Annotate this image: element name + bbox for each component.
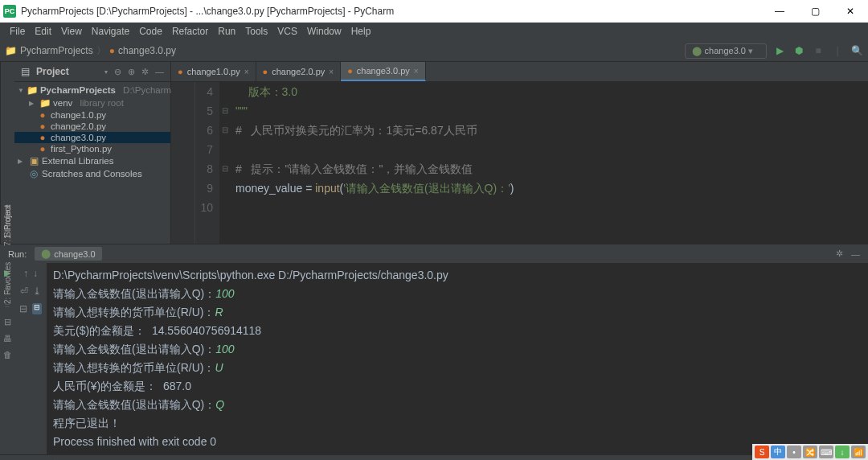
tray-icon[interactable]: 🔀 xyxy=(803,446,817,458)
window-titlebar: PC PycharmProjects [D:\PycharmProjects] … xyxy=(0,0,868,23)
tree-item[interactable]: ●first_Python.py xyxy=(14,143,170,154)
close-button[interactable]: ✕ xyxy=(833,0,868,23)
run-config-selector[interactable]: ⬤ change3.0 ▾ xyxy=(685,43,767,59)
breadcrumb-file[interactable]: change3.0.py xyxy=(118,45,176,56)
tray-icon[interactable]: S xyxy=(755,446,769,458)
menu-run[interactable]: Run xyxy=(213,26,240,37)
tree-item[interactable]: ●change1.0.py xyxy=(14,109,170,121)
down-icon[interactable]: ↓ xyxy=(33,268,38,279)
up-icon[interactable]: ↑ xyxy=(23,268,28,279)
folder-icon: 📁 xyxy=(5,45,17,56)
tray-icon[interactable]: ↓ xyxy=(835,446,850,458)
tray-ime-icon[interactable]: 中 xyxy=(771,446,785,458)
menu-edit[interactable]: Edit xyxy=(30,26,56,37)
menu-code[interactable]: Code xyxy=(134,26,167,37)
project-view-icon: ▤ xyxy=(21,66,30,77)
structure-tool-tab[interactable]: 7: Structure xyxy=(3,204,12,246)
breadcrumb-sep: 〉 xyxy=(96,44,106,58)
tree-scratches[interactable]: ◎Scratches and Consoles xyxy=(14,167,170,180)
system-tray: S 中 • 🔀 ⌨ ↓ 📶 xyxy=(752,444,868,460)
window-title: PycharmProjects [D:\PycharmProjects] - .… xyxy=(21,6,394,17)
debug-button[interactable]: ⬢ xyxy=(792,44,805,57)
search-icon[interactable]: 🔍 xyxy=(850,44,863,57)
menu-vcs[interactable]: VCS xyxy=(272,26,302,37)
code-editor[interactable]: 版本：3.0 """ # 人民币对换美元的汇率为：1美元=6.87人民币 # 提… xyxy=(231,82,868,244)
fold-gutter[interactable]: ⊟⊟⊟ xyxy=(219,82,231,244)
menu-help[interactable]: Help xyxy=(346,26,376,37)
menu-navigate[interactable]: Navigate xyxy=(87,26,134,37)
editor-tab[interactable]: ●change2.0.py× xyxy=(256,62,342,81)
run-toolbar-mid: ↑↓ ⏎⤓ ⊟⊟ xyxy=(14,263,47,454)
tray-icon[interactable]: ⌨ xyxy=(819,446,833,458)
maximize-button[interactable]: ▢ xyxy=(797,0,833,23)
run-gear-icon[interactable]: ✲ xyxy=(836,248,843,259)
toolwindow-bar: ▶4: Run ⬢5: Debug ≡6: TODO ▣Terminal ●Py… xyxy=(0,454,868,460)
menu-view[interactable]: View xyxy=(56,26,87,37)
menu-refactor[interactable]: Refactor xyxy=(167,26,213,37)
run-console[interactable]: D:\PycharmProjects\venv\Scripts\python.e… xyxy=(47,263,868,454)
hide-icon[interactable]: — xyxy=(155,67,164,76)
editor-tab-active[interactable]: ●change3.0.py× xyxy=(341,62,426,81)
gear-icon[interactable]: ✲ xyxy=(141,67,149,77)
collapse-icon[interactable]: ⊖ xyxy=(114,67,121,77)
tree-item-selected[interactable]: ●change3.0.py xyxy=(14,132,170,143)
editor-area: ●change1.0.py× ●change2.0.py× ●change3.0… xyxy=(171,62,868,244)
line-number-gutter: 45678910 xyxy=(195,82,219,244)
run-button[interactable]: ▶ xyxy=(773,44,786,57)
menu-tools[interactable]: Tools xyxy=(240,26,272,37)
editor-tab[interactable]: ●change1.0.py× xyxy=(171,62,256,81)
tree-external-libs[interactable]: ▶▣External Libraries xyxy=(14,154,170,167)
close-tab-icon[interactable]: × xyxy=(329,68,334,76)
run-tab[interactable]: ⬤change3.0 xyxy=(35,247,101,261)
run-tool-window: Run: ⬤change3.0 ✲ — ▶ ■ = ⊟ 🖶 🗑 ↑↓ ⏎⤓ ⊟⊟… xyxy=(0,244,868,454)
menu-window[interactable]: Window xyxy=(302,26,346,37)
menu-bar: File Edit View Navigate Code Refactor Ru… xyxy=(0,23,868,40)
wrap-icon[interactable]: ⏎ xyxy=(20,285,28,297)
locate-icon[interactable]: ⊕ xyxy=(128,67,135,77)
pycharm-icon: PC xyxy=(3,5,16,18)
tray-icon[interactable]: 📶 xyxy=(851,446,866,458)
minimize-button[interactable]: ― xyxy=(762,0,797,23)
sep-icon: | xyxy=(831,44,844,57)
project-label: Project xyxy=(36,66,98,77)
stop-button[interactable]: ■ xyxy=(812,44,825,57)
close-tab-icon[interactable]: × xyxy=(244,68,249,76)
editor-tabs: ●change1.0.py× ●change2.0.py× ●change3.0… xyxy=(171,62,868,82)
project-panel: ▤ Project ▾ ⊖ ⊕ ✲ — ▼📁 PycharmProjects D… xyxy=(14,62,171,244)
python-file-icon: ● xyxy=(109,45,115,56)
tree-item[interactable]: ●change2.0.py xyxy=(14,121,170,132)
favorites-tool-tab[interactable]: 2: Favorites xyxy=(3,262,12,304)
layout-icon[interactable]: ⊟ xyxy=(4,317,11,327)
print-icon[interactable]: 🖶 xyxy=(3,334,12,343)
project-tree: ▼📁 PycharmProjects D:\PycharmProj ▶📁 ven… xyxy=(14,82,170,182)
tree-root[interactable]: ▼📁 PycharmProjects D:\PycharmProj xyxy=(14,84,170,97)
filter2-icon[interactable]: ⊟ xyxy=(32,303,42,314)
close-tab-icon[interactable]: × xyxy=(414,67,419,76)
menu-file[interactable]: File xyxy=(5,26,30,37)
trash-icon[interactable]: 🗑 xyxy=(3,350,12,359)
breadcrumb-root[interactable]: PycharmProjects xyxy=(20,45,93,56)
tree-item-venv[interactable]: ▶📁 venv library root xyxy=(14,97,170,109)
project-dropdown-icon[interactable]: ▾ xyxy=(104,68,108,76)
navigation-bar: 📁 PycharmProjects 〉 ● change3.0.py ⬤ cha… xyxy=(0,40,868,62)
run-hide-icon[interactable]: — xyxy=(851,249,860,259)
filter-icon[interactable]: ⊟ xyxy=(19,303,27,314)
scroll-icon[interactable]: ⤓ xyxy=(33,285,41,297)
tray-icon[interactable]: • xyxy=(787,446,801,458)
glyph-gutter xyxy=(171,82,195,244)
